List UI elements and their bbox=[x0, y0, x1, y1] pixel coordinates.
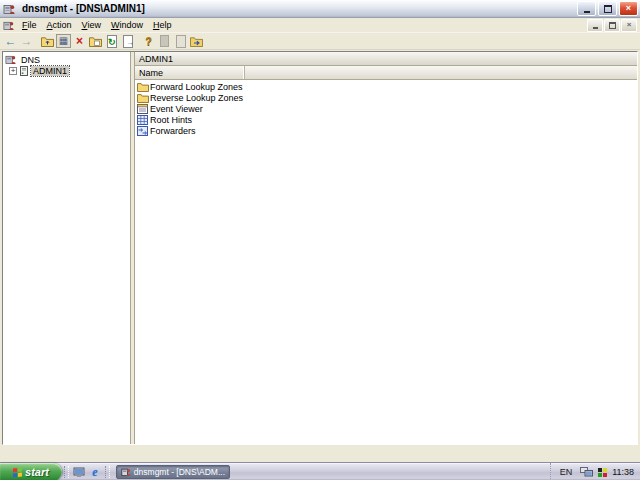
dns-root-icon bbox=[5, 54, 16, 65]
tree-node-admin1[interactable]: + ADMIN1 bbox=[5, 65, 130, 76]
tree-root-dns[interactable]: DNS bbox=[5, 54, 130, 65]
taskbar-clock[interactable]: 11:38 bbox=[612, 467, 636, 477]
snapin-2-icon bbox=[176, 35, 186, 48]
help-button[interactable]: ? bbox=[141, 34, 156, 48]
window-title: dnsmgmt - [DNS\ADMIN1] bbox=[18, 3, 575, 14]
export-list-button[interactable]: → bbox=[120, 34, 135, 48]
result-list: Forward Lookup Zones Reverse Lookup Zone… bbox=[135, 80, 637, 444]
list-item-reverse-lookup-zones[interactable]: Reverse Lookup Zones bbox=[135, 92, 637, 103]
expand-toggle-icon[interactable]: + bbox=[9, 67, 17, 75]
list-item-forward-lookup-zones[interactable]: Forward Lookup Zones bbox=[135, 81, 637, 92]
task-button-icon bbox=[121, 467, 131, 477]
result-pane[interactable]: ADMIN1 Name Forward Lookup Zones bbox=[134, 52, 637, 444]
menu-file[interactable]: File bbox=[17, 19, 42, 31]
child-close-button[interactable]: × bbox=[621, 19, 637, 32]
list-item-label[interactable]: Forwarders bbox=[150, 126, 196, 136]
dns-console-window: dnsmgmt - [DNS\ADMIN1] × File Action Vie… bbox=[0, 0, 640, 462]
menubar: File Action View Window Help × bbox=[0, 18, 640, 33]
list-item-label[interactable]: Reverse Lookup Zones bbox=[150, 93, 243, 103]
minimize-button[interactable] bbox=[577, 1, 596, 16]
status-quad-icon[interactable] bbox=[598, 468, 607, 477]
export-arrow-icon: → bbox=[126, 38, 134, 47]
toolbar: ← → ▦ × ↻ → bbox=[0, 33, 640, 50]
folder-icon bbox=[137, 93, 150, 103]
show-desktop-icon bbox=[73, 467, 85, 478]
menu-view[interactable]: View bbox=[77, 19, 106, 31]
start-button-label: start bbox=[25, 466, 49, 478]
delete-icon: × bbox=[76, 36, 83, 46]
forwarders-icon bbox=[137, 126, 150, 136]
windows-flag-icon bbox=[13, 467, 22, 477]
minimize-icon bbox=[584, 11, 590, 13]
taskband-grip[interactable] bbox=[105, 466, 110, 478]
help-icon: ? bbox=[145, 36, 152, 46]
root-hints-icon bbox=[137, 115, 150, 125]
list-item-event-viewer[interactable]: Event Viewer bbox=[135, 103, 637, 114]
list-item-forwarders[interactable]: Forwarders bbox=[135, 125, 637, 136]
tree-node-label-admin1[interactable]: ADMIN1 bbox=[31, 66, 69, 76]
list-item-label[interactable]: Root Hints bbox=[150, 115, 192, 125]
quick-launch-grip[interactable] bbox=[64, 466, 69, 478]
up-one-level-button[interactable] bbox=[40, 34, 55, 48]
status-strip bbox=[0, 445, 640, 462]
child-window-icon[interactable] bbox=[3, 20, 14, 31]
server-icon bbox=[20, 66, 28, 76]
refresh-icon: ↻ bbox=[108, 37, 116, 47]
language-indicator[interactable]: EN bbox=[557, 466, 576, 478]
child-restore-icon bbox=[609, 22, 616, 29]
child-minimize-button[interactable] bbox=[587, 19, 603, 32]
menu-action[interactable]: Action bbox=[42, 19, 77, 31]
child-minimize-icon bbox=[593, 27, 598, 29]
console-tree-pane[interactable]: DNS + ADMIN1 bbox=[3, 52, 131, 444]
dns-console-icon bbox=[3, 3, 15, 15]
back-icon: ← bbox=[5, 36, 17, 46]
restore-icon bbox=[604, 5, 612, 13]
child-restore-button[interactable] bbox=[604, 19, 620, 32]
system-tray: EN 11:38 bbox=[550, 463, 640, 480]
show-desktop-button[interactable] bbox=[71, 463, 87, 480]
list-item-label[interactable]: Forward Lookup Zones bbox=[150, 82, 243, 92]
task-button-dnsmgmt[interactable]: dnsmgmt - [DNS\ADM... bbox=[116, 465, 230, 479]
forward-icon: → bbox=[21, 36, 33, 46]
console-content: DNS + ADMIN1 bbox=[2, 51, 638, 445]
snapin-button-3[interactable] bbox=[189, 34, 204, 48]
column-header-name[interactable]: Name bbox=[135, 66, 245, 79]
internet-explorer-icon: e bbox=[92, 465, 97, 480]
forward-button[interactable]: → bbox=[19, 34, 34, 48]
console-tree-icon: ▦ bbox=[59, 36, 68, 46]
folder-icon bbox=[137, 82, 150, 92]
start-button[interactable]: start bbox=[0, 463, 62, 480]
list-item-label[interactable]: Event Viewer bbox=[150, 104, 203, 114]
tree-root-label[interactable]: DNS bbox=[19, 55, 42, 65]
close-icon: × bbox=[626, 4, 631, 13]
back-button[interactable]: ← bbox=[3, 34, 18, 48]
internet-explorer-button[interactable]: e bbox=[87, 463, 103, 480]
refresh-button[interactable]: ↻ bbox=[104, 34, 119, 48]
result-pane-header: ADMIN1 bbox=[135, 52, 637, 66]
up-folder-icon bbox=[41, 36, 54, 47]
properties-button[interactable] bbox=[88, 34, 103, 48]
menu-window[interactable]: Window bbox=[106, 19, 148, 31]
snapin-1-icon bbox=[160, 35, 169, 47]
child-close-icon: × bbox=[627, 21, 632, 29]
task-button-label: dnsmgmt - [DNS\ADM... bbox=[134, 467, 225, 477]
snapin-3-icon bbox=[190, 36, 203, 47]
taskbar: start e dnsmgmt - [DNS\ADM... EN bbox=[0, 462, 640, 480]
menu-help[interactable]: Help bbox=[148, 19, 177, 31]
desktop: dnsmgmt - [DNS\ADMIN1] × File Action Vie… bbox=[0, 0, 640, 480]
snapin-button-2[interactable] bbox=[173, 34, 188, 48]
show-hide-console-tree-button[interactable]: ▦ bbox=[56, 34, 71, 48]
titlebar[interactable]: dnsmgmt - [DNS\ADMIN1] × bbox=[0, 0, 640, 18]
restore-button[interactable] bbox=[598, 1, 617, 16]
column-header-rest bbox=[245, 66, 637, 79]
close-button[interactable]: × bbox=[619, 1, 638, 16]
snapin-button-1[interactable] bbox=[157, 34, 172, 48]
properties-icon bbox=[89, 36, 102, 47]
taskbar-spacer bbox=[232, 463, 550, 480]
event-viewer-icon bbox=[137, 104, 150, 114]
delete-button[interactable]: × bbox=[72, 34, 87, 48]
column-header-row: Name bbox=[135, 66, 637, 80]
network-status-icon[interactable] bbox=[580, 467, 593, 477]
list-item-root-hints[interactable]: Root Hints bbox=[135, 114, 637, 125]
